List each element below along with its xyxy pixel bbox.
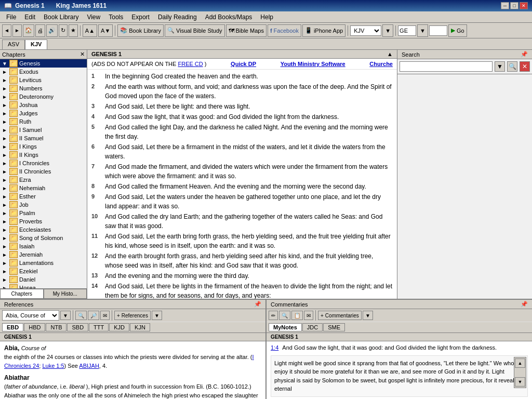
tab-asv[interactable]: ASV bbox=[2, 39, 25, 49]
book-item-deuteronomy[interactable]: ► 📁 Deuteronomy bbox=[0, 92, 87, 101]
book-input[interactable] bbox=[398, 25, 416, 36]
book-item-proverbs[interactable]: ► 📁 Proverbs bbox=[0, 217, 87, 225]
book-item-ii-kings[interactable]: ► 📁 II Kings bbox=[0, 151, 87, 159]
commentary-scroll-down[interactable]: ▼ bbox=[515, 377, 525, 387]
churches-link[interactable]: Churche bbox=[369, 61, 393, 67]
comm-tab-sme[interactable]: SME bbox=[323, 323, 345, 331]
comm-tab-mynotes[interactable]: MyNotes bbox=[269, 323, 302, 331]
book-item-judges[interactable]: ► 📁 Judges bbox=[0, 109, 87, 117]
menu-help[interactable]: Help bbox=[256, 12, 277, 22]
search-input[interactable] bbox=[400, 61, 493, 72]
search-clear-btn[interactable]: ✕ bbox=[520, 61, 530, 72]
ref-search-btn[interactable]: 🔍 bbox=[75, 311, 87, 320]
ref-dropdown-btn[interactable]: ▼ bbox=[60, 311, 71, 320]
book-item-job[interactable]: ► 📁 Job bbox=[0, 201, 87, 209]
menu-daily-reading[interactable]: Daily Reading bbox=[154, 12, 201, 22]
comm-tool-btn1[interactable]: ✏ bbox=[269, 311, 278, 320]
commentaries-pin-icon[interactable]: 📌 bbox=[521, 301, 528, 308]
ref-scroll-btn[interactable]: ▼ bbox=[152, 311, 162, 320]
back-button[interactable]: ◄ bbox=[2, 24, 11, 37]
book-item-genesis[interactable]: ▼ 📁 Genesis bbox=[0, 59, 87, 68]
ref-link-abijah[interactable]: ABIJAH bbox=[79, 363, 99, 369]
audio-button[interactable]: 🔊 bbox=[46, 24, 58, 37]
menu-file[interactable]: File bbox=[2, 12, 20, 22]
ref-tab-ntb[interactable]: NTB bbox=[46, 323, 66, 331]
free-cd-link[interactable]: FREE CD bbox=[178, 61, 203, 67]
go-button[interactable]: ▶ Go bbox=[448, 24, 467, 37]
comm-tab-jdc[interactable]: JDC bbox=[302, 323, 323, 331]
book-item-exodus[interactable]: ► 📁 Exodus bbox=[0, 68, 87, 76]
bookmark-button[interactable]: ★ bbox=[69, 24, 78, 37]
book-item-ii-chronicles[interactable]: ► 📁 II Chronicles bbox=[0, 167, 87, 176]
references-dropdown[interactable]: Abia, Course of bbox=[2, 310, 59, 321]
ref-tab-ebd[interactable]: EBD bbox=[2, 323, 23, 331]
visual-bible-study-button[interactable]: 🔍 Visual Bible Study bbox=[165, 24, 224, 37]
refresh-button[interactable]: ↻ bbox=[59, 24, 68, 37]
book-item-i-chronicles[interactable]: ► 📁 I Chronicles bbox=[0, 159, 87, 167]
kjv-dropdown-button[interactable]: ▼ bbox=[382, 24, 393, 37]
book-item-daniel[interactable]: ► 📁 Daniel bbox=[0, 275, 87, 284]
book-item-ii-samuel[interactable]: ► 📁 II Samuel bbox=[0, 134, 87, 142]
book-library-button[interactable]: 📚 Book Library bbox=[117, 24, 164, 37]
menu-edit[interactable]: Edit bbox=[20, 12, 39, 22]
menu-view[interactable]: View bbox=[83, 12, 104, 22]
ref-tab-kjd[interactable]: KJD bbox=[109, 323, 129, 331]
comm-scroll-btn[interactable]: ▼ bbox=[363, 311, 373, 320]
facebook-button[interactable]: f Facebook bbox=[268, 24, 301, 37]
search-dropdown-btn[interactable]: ▼ bbox=[495, 61, 505, 72]
ref-tab-kjn[interactable]: KJN bbox=[130, 323, 150, 331]
print-button[interactable]: 🖨 bbox=[35, 24, 45, 37]
scroll-up-btn[interactable]: ▲ bbox=[387, 51, 393, 57]
book-item-isaiah[interactable]: ► 📁 Isaiah bbox=[0, 242, 87, 250]
book-item-nehemiah[interactable]: ► 📁 Nehemiah bbox=[0, 184, 87, 192]
search-execute-btn[interactable]: 🔍 bbox=[507, 61, 517, 72]
references-pin-icon[interactable]: 📌 bbox=[254, 301, 261, 308]
chapter-input[interactable] bbox=[429, 25, 447, 36]
sidebar-tab-history[interactable]: My Histo... bbox=[44, 289, 87, 299]
tab-kjv[interactable]: KJV bbox=[25, 39, 47, 49]
book-item-jeremiah[interactable]: ► 📁 Jeremiah bbox=[0, 250, 87, 259]
menu-add-books[interactable]: Add Books/Maps bbox=[201, 12, 257, 22]
ref-tab-hbd[interactable]: HBD bbox=[24, 323, 45, 331]
menu-tools[interactable]: Tools bbox=[104, 12, 127, 22]
book-item-ezra[interactable]: ► 📁 Ezra bbox=[0, 176, 87, 184]
menu-book-library[interactable]: Book Library bbox=[39, 12, 83, 22]
iphone-app-button[interactable]: 📱 iPhone App bbox=[302, 24, 345, 37]
font-increase-button[interactable]: A▲ bbox=[83, 24, 97, 37]
book-item-hosea[interactable]: ► 📁 Hosea bbox=[0, 284, 87, 288]
ref-tab-sbd[interactable]: SBD bbox=[67, 323, 88, 331]
comm-tool-btn4[interactable]: ✉ bbox=[304, 311, 313, 320]
forward-button[interactable]: ► bbox=[12, 24, 22, 37]
maximize-button[interactable]: □ bbox=[510, 2, 518, 9]
kjv-selector[interactable]: KJV ASV NIV bbox=[350, 25, 381, 36]
ref-search2-btn[interactable]: 🔎 bbox=[88, 311, 99, 320]
book-item-leviticus[interactable]: ► 📁 Leviticus bbox=[0, 76, 87, 84]
add-commentaries-btn[interactable]: + Commentaries bbox=[318, 311, 362, 320]
font-decrease-button[interactable]: A▼ bbox=[98, 24, 113, 37]
add-references-btn[interactable]: + References bbox=[114, 311, 151, 320]
ref-email-btn[interactable]: ✉ bbox=[100, 311, 110, 320]
book-item-joshua[interactable]: ► 📁 Joshua bbox=[0, 101, 87, 109]
comm-tool-btn3[interactable]: 📋 bbox=[291, 311, 303, 320]
quick-dp-link[interactable]: Quick DP bbox=[231, 61, 256, 67]
minimize-button[interactable]: ─ bbox=[501, 2, 509, 9]
book-item-numbers[interactable]: ► 📁 Numbers bbox=[0, 84, 87, 92]
commentary-verse-link[interactable]: 1:4 bbox=[271, 344, 278, 351]
book-item-ecclesiastes[interactable]: ► 📁 Ecclesiastes bbox=[0, 225, 87, 234]
book-item-psalm[interactable]: ► 📁 Psalm bbox=[0, 209, 87, 217]
home-button[interactable]: 🏠 bbox=[23, 24, 34, 37]
book-item-i-kings[interactable]: ► 📁 I Kings bbox=[0, 142, 87, 151]
book-item-ruth[interactable]: ► 📁 Ruth bbox=[0, 117, 87, 126]
search-pin-icon[interactable]: 📌 bbox=[521, 51, 528, 58]
book-item-song-of-solomon[interactable]: ► 📁 Song of Solomon bbox=[0, 234, 87, 242]
commentary-scroll-up[interactable]: ▲ bbox=[515, 358, 525, 368]
ref-tab-ttt[interactable]: TTT bbox=[89, 323, 109, 331]
youth-ministry-link[interactable]: Youth Ministry Software bbox=[281, 61, 345, 67]
ge-dropdown-button[interactable]: ▼ bbox=[417, 24, 428, 37]
ref-link-luke[interactable]: Luke 1:5 bbox=[42, 363, 64, 369]
sidebar-tab-chapters[interactable]: Chapters bbox=[0, 289, 44, 299]
menu-export[interactable]: Export bbox=[127, 12, 154, 22]
comm-tool-btn2[interactable]: 🔍 bbox=[279, 311, 290, 320]
book-item-i-samuel[interactable]: ► 📁 I Samuel bbox=[0, 126, 87, 134]
book-item-ezekiel[interactable]: ► 📁 Ezekiel bbox=[0, 267, 87, 275]
